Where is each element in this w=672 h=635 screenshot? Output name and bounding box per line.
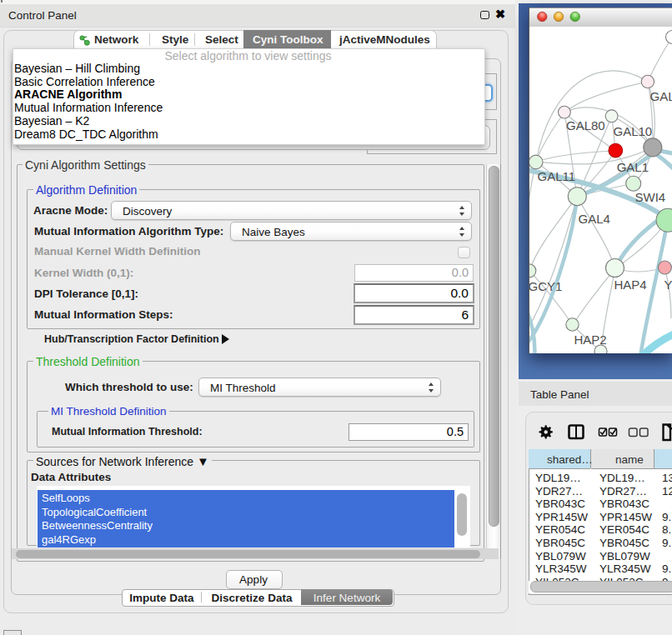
svg-text:GAL10: GAL10 [614, 124, 653, 138]
svg-text:YM: YM [664, 278, 672, 292]
svg-text:GCY1: GCY1 [529, 279, 562, 293]
svg-text:HAP2: HAP2 [574, 332, 607, 347]
svg-text:GAL11: GAL11 [538, 169, 576, 183]
svg-text:HAP4: HAP4 [614, 278, 647, 292]
svg-text:GAL7: GAL7 [650, 89, 672, 103]
svg-text:SWI4: SWI4 [635, 190, 666, 204]
svg-text:GAL4: GAL4 [579, 212, 610, 226]
svg-text:GAL80: GAL80 [566, 118, 605, 132]
svg-text:GAL1: GAL1 [617, 160, 649, 174]
